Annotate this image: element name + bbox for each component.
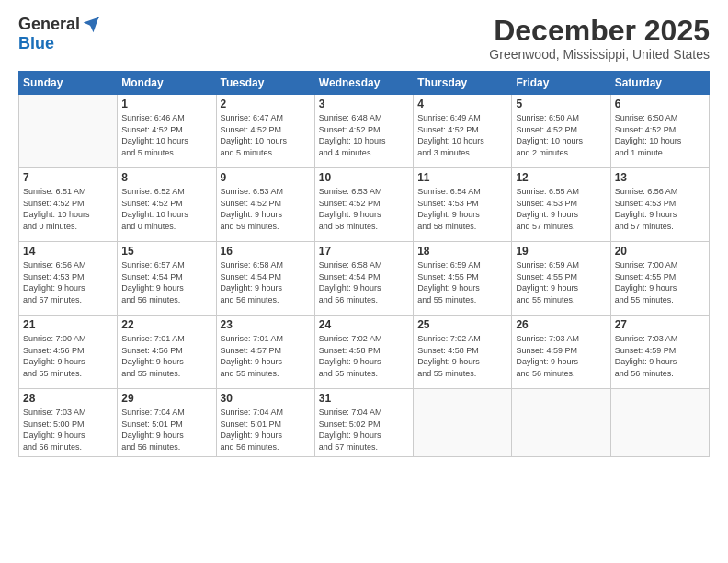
table-row: 16Sunrise: 6:58 AMSunset: 4:54 PMDayligh… [216, 242, 314, 316]
day-number: 8 [121, 171, 211, 184]
day-info: Sunrise: 6:58 AMSunset: 4:54 PMDaylight:… [319, 259, 409, 305]
day-number: 27 [615, 318, 705, 331]
col-thursday: Thursday [414, 72, 512, 95]
col-sunday: Sunday [19, 72, 118, 95]
day-info: Sunrise: 6:46 AMSunset: 4:52 PMDaylight:… [121, 112, 211, 158]
table-row: 19Sunrise: 6:59 AMSunset: 4:55 PMDayligh… [512, 242, 610, 316]
logo-bird-icon [82, 16, 100, 34]
col-monday: Monday [118, 72, 216, 95]
day-info: Sunrise: 7:00 AMSunset: 4:56 PMDaylight:… [23, 333, 113, 379]
table-row: 7Sunrise: 6:51 AMSunset: 4:52 PMDaylight… [19, 168, 118, 242]
day-info: Sunrise: 7:04 AMSunset: 5:01 PMDaylight:… [121, 407, 211, 453]
table-row: 11Sunrise: 6:54 AMSunset: 4:53 PMDayligh… [414, 168, 512, 242]
col-tuesday: Tuesday [216, 72, 314, 95]
day-info: Sunrise: 7:01 AMSunset: 4:56 PMDaylight:… [121, 333, 211, 379]
day-number: 24 [319, 318, 409, 331]
table-row: 27Sunrise: 7:03 AMSunset: 4:59 PMDayligh… [610, 316, 709, 389]
table-row: 9Sunrise: 6:53 AMSunset: 4:52 PMDaylight… [216, 168, 314, 242]
calendar-table: Sunday Monday Tuesday Wednesday Thursday… [18, 71, 710, 456]
day-number: 23 [221, 318, 311, 331]
day-number: 20 [615, 245, 705, 258]
table-row: 12Sunrise: 6:55 AMSunset: 4:53 PMDayligh… [512, 168, 610, 242]
day-number: 4 [417, 98, 507, 110]
day-number: 1 [121, 98, 211, 110]
day-info: Sunrise: 6:51 AMSunset: 4:52 PMDaylight:… [23, 186, 113, 232]
table-row [414, 389, 512, 456]
day-info: Sunrise: 7:00 AMSunset: 4:55 PMDaylight:… [615, 259, 705, 305]
table-row: 22Sunrise: 7:01 AMSunset: 4:56 PMDayligh… [118, 316, 216, 389]
day-number: 26 [516, 318, 606, 331]
table-row: 26Sunrise: 7:03 AMSunset: 4:59 PMDayligh… [512, 316, 610, 389]
title-section: December 2025 Greenwood, Mississippi, Un… [489, 15, 710, 62]
table-row: 8Sunrise: 6:52 AMSunset: 4:52 PMDaylight… [118, 168, 216, 242]
day-number: 9 [221, 171, 311, 184]
table-row [610, 389, 709, 456]
day-info: Sunrise: 6:53 AMSunset: 4:52 PMDaylight:… [319, 186, 409, 232]
day-number: 25 [417, 318, 507, 331]
day-info: Sunrise: 6:49 AMSunset: 4:52 PMDaylight:… [417, 112, 507, 158]
table-row [19, 95, 118, 168]
table-row: 30Sunrise: 7:04 AMSunset: 5:01 PMDayligh… [216, 389, 314, 456]
day-info: Sunrise: 6:59 AMSunset: 4:55 PMDaylight:… [516, 259, 606, 305]
table-row: 25Sunrise: 7:02 AMSunset: 4:58 PMDayligh… [414, 316, 512, 389]
day-info: Sunrise: 6:53 AMSunset: 4:52 PMDaylight:… [221, 186, 311, 232]
logo-general-text: General [18, 15, 80, 34]
day-info: Sunrise: 7:02 AMSunset: 4:58 PMDaylight:… [417, 333, 507, 379]
day-number: 19 [516, 245, 606, 258]
day-number: 18 [417, 245, 507, 258]
table-row: 4Sunrise: 6:49 AMSunset: 4:52 PMDaylight… [414, 95, 512, 168]
day-number: 21 [23, 318, 113, 331]
day-info: Sunrise: 6:48 AMSunset: 4:52 PMDaylight:… [319, 112, 409, 158]
table-row: 14Sunrise: 6:56 AMSunset: 4:53 PMDayligh… [19, 242, 118, 316]
calendar-container: General Blue December 2025 Greenwood, Mi… [0, 0, 728, 563]
day-info: Sunrise: 6:56 AMSunset: 4:53 PMDaylight:… [23, 259, 113, 305]
table-row: 15Sunrise: 6:57 AMSunset: 4:54 PMDayligh… [118, 242, 216, 316]
day-info: Sunrise: 6:50 AMSunset: 4:52 PMDaylight:… [615, 112, 705, 158]
location: Greenwood, Mississippi, United States [489, 47, 710, 62]
logo-blue-text: Blue [18, 34, 54, 53]
table-row: 18Sunrise: 6:59 AMSunset: 4:55 PMDayligh… [414, 242, 512, 316]
day-number: 29 [121, 392, 211, 405]
day-info: Sunrise: 6:50 AMSunset: 4:52 PMDaylight:… [516, 112, 606, 158]
table-row: 6Sunrise: 6:50 AMSunset: 4:52 PMDaylight… [610, 95, 709, 168]
day-info: Sunrise: 6:55 AMSunset: 4:53 PMDaylight:… [516, 186, 606, 232]
day-info: Sunrise: 6:58 AMSunset: 4:54 PMDaylight:… [221, 259, 311, 305]
day-number: 16 [221, 245, 311, 258]
day-number: 28 [23, 392, 113, 405]
table-row: 3Sunrise: 6:48 AMSunset: 4:52 PMDaylight… [314, 95, 413, 168]
day-number: 22 [121, 318, 211, 331]
day-info: Sunrise: 6:56 AMSunset: 4:53 PMDaylight:… [615, 186, 705, 232]
table-row: 10Sunrise: 6:53 AMSunset: 4:52 PMDayligh… [314, 168, 413, 242]
day-number: 31 [319, 392, 409, 405]
month-title: December 2025 [489, 15, 710, 47]
table-row: 21Sunrise: 7:00 AMSunset: 4:56 PMDayligh… [19, 316, 118, 389]
day-info: Sunrise: 7:02 AMSunset: 4:58 PMDaylight:… [319, 333, 409, 379]
col-saturday: Saturday [610, 72, 709, 95]
table-row: 28Sunrise: 7:03 AMSunset: 5:00 PMDayligh… [19, 389, 118, 456]
table-row: 31Sunrise: 7:04 AMSunset: 5:02 PMDayligh… [314, 389, 413, 456]
day-number: 3 [319, 98, 409, 110]
table-row: 5Sunrise: 6:50 AMSunset: 4:52 PMDaylight… [512, 95, 610, 168]
day-number: 15 [121, 245, 211, 258]
day-info: Sunrise: 6:54 AMSunset: 4:53 PMDaylight:… [417, 186, 507, 232]
day-number: 10 [319, 171, 409, 184]
day-info: Sunrise: 7:04 AMSunset: 5:01 PMDaylight:… [221, 407, 311, 453]
day-info: Sunrise: 6:59 AMSunset: 4:55 PMDaylight:… [417, 259, 507, 305]
day-info: Sunrise: 7:04 AMSunset: 5:02 PMDaylight:… [319, 407, 409, 453]
table-row: 24Sunrise: 7:02 AMSunset: 4:58 PMDayligh… [314, 316, 413, 389]
day-info: Sunrise: 7:03 AMSunset: 4:59 PMDaylight:… [615, 333, 705, 379]
day-number: 5 [516, 98, 606, 110]
day-number: 30 [221, 392, 311, 405]
day-info: Sunrise: 7:03 AMSunset: 5:00 PMDaylight:… [23, 407, 113, 453]
table-row: 1Sunrise: 6:46 AMSunset: 4:52 PMDaylight… [118, 95, 216, 168]
col-wednesday: Wednesday [314, 72, 413, 95]
header-row: Sunday Monday Tuesday Wednesday Thursday… [19, 72, 710, 95]
day-info: Sunrise: 7:03 AMSunset: 4:59 PMDaylight:… [516, 333, 606, 379]
day-info: Sunrise: 6:47 AMSunset: 4:52 PMDaylight:… [221, 112, 311, 158]
table-row: 17Sunrise: 6:58 AMSunset: 4:54 PMDayligh… [314, 242, 413, 316]
day-number: 13 [615, 171, 705, 184]
day-number: 17 [319, 245, 409, 258]
table-row: 20Sunrise: 7:00 AMSunset: 4:55 PMDayligh… [610, 242, 709, 316]
table-row [512, 389, 610, 456]
day-info: Sunrise: 7:01 AMSunset: 4:57 PMDaylight:… [221, 333, 311, 379]
